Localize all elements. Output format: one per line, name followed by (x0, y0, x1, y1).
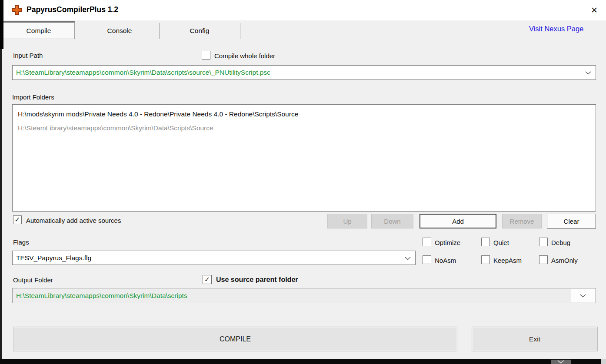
auto-add-sources-label: Automatically add active sources (26, 217, 121, 224)
chevron-down-icon (580, 294, 586, 298)
noasm-checkbox[interactable] (423, 255, 431, 264)
optimize-checkbox[interactable] (423, 238, 431, 246)
list-item[interactable]: H:\SteamLibrary\steamapps\common\Skyrim\… (18, 122, 596, 136)
chevron-down-icon[interactable] (405, 254, 411, 262)
check-icon: ✓ (14, 216, 20, 223)
debug-checkbox[interactable] (539, 238, 548, 246)
tab-compile[interactable]: Compile (3, 21, 75, 39)
input-path-label: Input Path (13, 52, 43, 59)
down-button[interactable]: Down (371, 214, 413, 228)
remove-button[interactable]: Remove (502, 214, 542, 228)
tab-separator (159, 23, 160, 39)
compile-whole-folder-label: Compile whole folder (214, 52, 275, 60)
tab-config[interactable]: Config (159, 23, 240, 39)
list-item[interactable]: H:\mods\skyrim mods\Private Needs 4.0 - … (18, 109, 596, 122)
auto-add-sources-checkbox[interactable]: ✓ (13, 215, 22, 224)
chevron-down-icon[interactable] (585, 69, 591, 76)
tab-separator (240, 23, 240, 39)
optimize-label: Optimize (435, 239, 460, 246)
background-taskbar-strip (0, 359, 606, 364)
quiet-label: Quiet (493, 239, 509, 246)
flags-label: Flags (13, 238, 29, 246)
app-icon (11, 4, 23, 16)
tab-console[interactable]: Console (80, 23, 159, 39)
clear-button[interactable]: Clear (547, 214, 596, 228)
keepasm-checkbox[interactable] (481, 255, 490, 264)
input-path-combobox[interactable]: H:\SteamLibrary\steamapps\common\Skyrim\… (12, 65, 596, 80)
add-button[interactable]: Add (420, 214, 496, 228)
quiet-checkbox[interactable] (481, 238, 490, 246)
asmonly-label: AsmOnly (551, 257, 578, 264)
output-folder-combobox[interactable]: H:\SteamLibrary\steamapps\common\Skyrim\… (12, 288, 596, 303)
use-source-parent-label: Use source parent folder (216, 276, 298, 284)
background-window-edge (0, 0, 3, 49)
visit-nexus-link[interactable]: Visit Nexus Page (529, 25, 583, 33)
check-icon: ✓ (204, 276, 210, 283)
close-icon[interactable]: ✕ (587, 3, 602, 17)
debug-label: Debug (551, 239, 570, 246)
asmonly-checkbox[interactable] (539, 255, 548, 264)
title-bar: PapyrusCompilerPlus 1.2 ✕ (2, 0, 606, 20)
input-path-value: H:\SteamLibrary\steamapps\common\Skyrim\… (13, 69, 270, 76)
background-window-edge (0, 49, 2, 359)
output-folder-value: H:\SteamLibrary\steamapps\common\Skyrim\… (13, 292, 187, 300)
dropdown-button[interactable] (571, 289, 595, 302)
compile-whole-folder-checkbox[interactable] (202, 51, 210, 60)
use-source-parent-checkbox[interactable]: ✓ (203, 275, 212, 284)
background-chevron-icon (551, 360, 571, 364)
output-folder-label: Output Folder (13, 276, 53, 284)
window-title: PapyrusCompilerPlus 1.2 (27, 5, 118, 14)
import-folders-listbox[interactable]: H:\mods\skyrim mods\Private Needs 4.0 - … (12, 104, 596, 212)
background-window-fragment (601, 359, 606, 364)
up-button[interactable]: Up (327, 214, 367, 228)
import-folders-label: Import Folders (12, 93, 54, 101)
keepasm-label: KeepAsm (493, 257, 522, 264)
screen: PapyrusCompilerPlus 1.2 ✕ Compile Consol… (0, 0, 606, 364)
compile-button[interactable]: COMPILE (13, 327, 457, 351)
noasm-label: NoAsm (435, 257, 456, 264)
flags-combobox[interactable]: TESV_Papyrus_Flags.flg (12, 251, 416, 265)
exit-button[interactable]: Exit (472, 327, 598, 351)
flags-value: TESV_Papyrus_Flags.flg (13, 254, 91, 262)
